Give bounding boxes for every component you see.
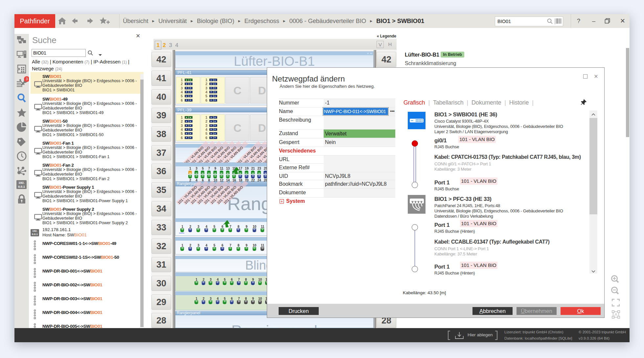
svg-text:A: A [614,312,617,317]
